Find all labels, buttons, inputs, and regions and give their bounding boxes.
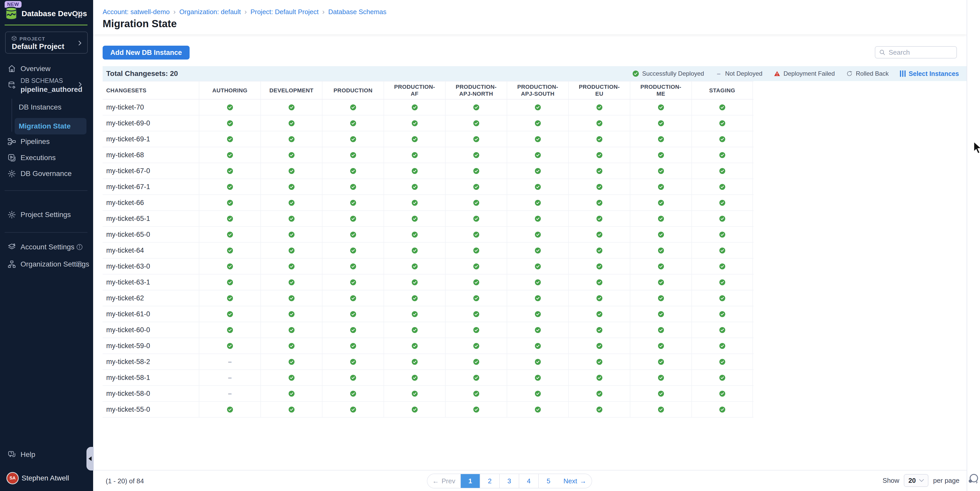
sidebar-item-pipelines[interactable]: Pipelines: [0, 134, 93, 149]
not-deployed-dash-icon: [228, 374, 232, 382]
user-menu[interactable]: SA Stephen Atwell: [0, 471, 93, 485]
status-cell: [260, 338, 322, 353]
status-cell: [383, 275, 445, 290]
info-icon[interactable]: [76, 261, 83, 268]
success-check-icon: [473, 120, 479, 126]
breadcrumb-link[interactable]: Account: satwell-demo: [103, 8, 170, 16]
status-cell: [199, 243, 260, 258]
success-check-icon: [227, 216, 233, 222]
sidebar-item-executions[interactable]: Executions: [0, 151, 93, 165]
status-cell: [445, 179, 507, 194]
status-cell: [507, 116, 568, 131]
status-cell: [199, 306, 260, 322]
status-cell: [507, 163, 568, 178]
scrollbar-gutter[interactable]: [967, 0, 980, 491]
success-check-icon: [597, 105, 602, 110]
status-cell: [630, 338, 691, 353]
prev-page-button[interactable]: Prev: [427, 474, 461, 488]
success-check-icon: [412, 232, 418, 238]
breadcrumb-link[interactable]: Project: Default Project: [250, 8, 319, 16]
pipelines-icon: [7, 137, 16, 146]
success-check-icon: [227, 232, 233, 238]
support-icon[interactable]: [968, 473, 980, 485]
status-cell: [568, 370, 630, 385]
page-button-1[interactable]: 1: [461, 474, 480, 488]
status-cell: [260, 179, 322, 194]
success-check-icon: [597, 359, 602, 365]
changeset-name: my-ticket-59-0: [103, 338, 199, 353]
success-check-icon: [227, 295, 233, 301]
changeset-name: my-ticket-67-0: [103, 163, 199, 178]
status-cell: [445, 402, 507, 417]
status-cell: [260, 211, 322, 226]
page-button-4[interactable]: 4: [519, 474, 539, 488]
status-cell: [260, 131, 322, 147]
not-deployed-dash-icon: [715, 70, 722, 77]
success-check-icon: [412, 391, 418, 397]
sidebar-item-account-settings[interactable]: Account Settings: [0, 240, 93, 254]
status-cell: [322, 211, 383, 226]
status-cell: [630, 370, 691, 385]
success-check-icon: [658, 264, 664, 269]
status-cell: [199, 259, 260, 274]
info-icon[interactable]: [76, 243, 83, 251]
page-button-5[interactable]: 5: [539, 474, 558, 488]
app-switcher-grid-icon[interactable]: [75, 10, 83, 19]
success-check-icon: [658, 184, 664, 190]
success-check-icon: [350, 391, 356, 397]
sidebar-item-migration-state[interactable]: Migration State: [14, 118, 86, 134]
status-cell: [445, 370, 507, 385]
status-cell: [199, 275, 260, 290]
select-instances-button[interactable]: Select Instances: [900, 70, 959, 78]
main-content: Account: satwell-demo›Organization: defa…: [93, 0, 967, 491]
status-cell: [260, 163, 322, 178]
changeset-name: my-ticket-55-0: [103, 402, 199, 417]
sidebar-item-organization-settings[interactable]: Organization Settings: [0, 257, 93, 272]
success-check-icon: [719, 327, 725, 333]
success-check-icon: [535, 327, 541, 333]
project-cube-icon: [11, 36, 17, 42]
status-cell: [445, 322, 507, 338]
sidebar-item-project-settings[interactable]: Project Settings: [0, 208, 93, 222]
success-check-icon: [412, 343, 418, 349]
status-cell: [322, 306, 383, 322]
breadcrumb-link[interactable]: Database Schemas: [328, 8, 387, 16]
sidebar-item-db-governance[interactable]: DB Governance: [0, 167, 93, 181]
success-check-icon: [412, 295, 418, 301]
sidebar-item-help[interactable]: Help: [0, 447, 93, 462]
add-new-db-instance-button[interactable]: Add New DB Instance: [103, 46, 189, 59]
sidebar-item-overview[interactable]: Overview: [0, 62, 93, 76]
success-check-icon: [412, 407, 418, 413]
search-box[interactable]: [875, 46, 957, 59]
success-check-icon: [658, 120, 664, 126]
status-cell: [322, 243, 383, 258]
sidebar-collapse-handle[interactable]: [86, 447, 94, 470]
legend-item: Deployment Failed: [774, 70, 835, 77]
page-size-select[interactable]: 20: [904, 474, 928, 487]
success-check-icon: [719, 200, 725, 206]
column-header: PRODUCTION-APJ-SOUTH: [507, 81, 568, 99]
breadcrumb-link[interactable]: Organization: default: [179, 8, 241, 16]
success-check-icon: [289, 232, 294, 238]
success-check-icon: [350, 120, 356, 126]
next-page-button[interactable]: Next: [558, 474, 592, 488]
search-input[interactable]: [889, 48, 953, 56]
page-button-3[interactable]: 3: [500, 474, 519, 488]
sidebar-item-db-instances[interactable]: DB Instances: [0, 100, 93, 114]
column-header: PRODUCTION: [322, 81, 383, 99]
status-cell: [568, 306, 630, 322]
status-cell: [199, 291, 260, 306]
status-cell: [630, 291, 691, 306]
status-cell: [691, 306, 753, 322]
project-selector[interactable]: PROJECT Default Project: [5, 32, 88, 54]
sidebar-item-db-schemas[interactable]: DB SCHEMAS pipeline_authored: [0, 77, 93, 94]
page-button-2[interactable]: 2: [480, 474, 500, 488]
status-cell: [383, 195, 445, 210]
status-cell: [630, 322, 691, 338]
failed-triangle-icon: [774, 70, 780, 77]
column-header: PRODUCTION-EU: [568, 81, 630, 99]
success-check-icon: [632, 70, 639, 77]
status-cell: [691, 338, 753, 353]
changeset-name: my-ticket-68: [103, 147, 199, 163]
status-cell: [260, 195, 322, 210]
